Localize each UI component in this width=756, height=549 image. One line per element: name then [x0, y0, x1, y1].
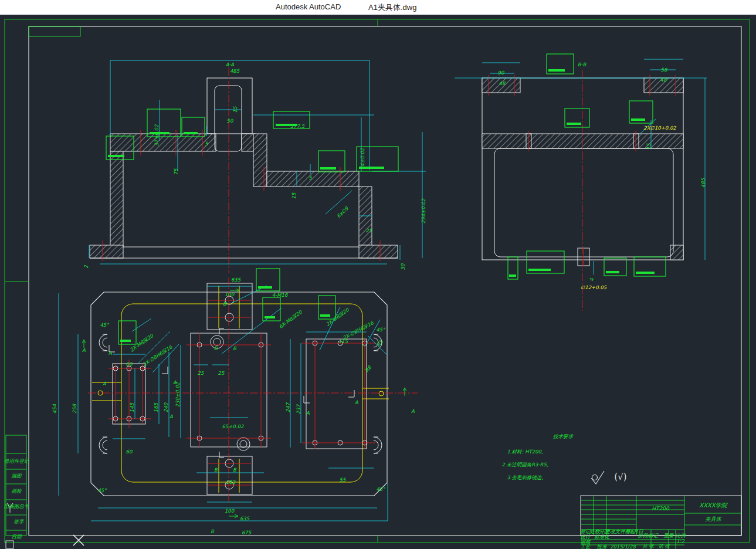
dim-label: A [103, 381, 106, 387]
dim-label: 37±0.02 [154, 124, 160, 146]
dim-label: 55 [340, 477, 346, 483]
crosshair-cursor[interactable] [73, 535, 84, 545]
dim-label: 258 [72, 403, 77, 414]
dim-label: 4 [589, 278, 595, 282]
dim-label: 批准 [597, 544, 608, 549]
dim-label: B [214, 467, 218, 473]
dim-label: 635 [240, 516, 250, 521]
dim-label: B [233, 467, 237, 473]
dim-label: 5 [308, 175, 312, 181]
drawing-frame [5, 19, 750, 548]
dim-label: 247 [285, 402, 291, 412]
dim-label: 比例 [676, 533, 687, 538]
dim-label: 2X∅10+0.02 [643, 125, 676, 131]
company-name: XXXX学院 [699, 502, 728, 509]
dim-label: A-A [226, 62, 235, 67]
tech-requirement-lines: 技术要求1.材料: HT200。2.未注明圆角R3-R5。3.去毛刺修锐边。 [502, 433, 574, 480]
dim-label: B [233, 345, 237, 351]
dim-label: B [211, 528, 215, 534]
dim-label: 163 [226, 479, 236, 485]
material-value: HT200 [652, 506, 670, 511]
title-block-fields: 标记处数分区更改文件号签名年月日设计标准化审核工艺批准2015/1/28阶段标记… [581, 528, 687, 549]
dim-label: A [411, 408, 415, 414]
dim-label: 454 [52, 404, 57, 414]
dim-label: 借用件登记 [4, 458, 30, 464]
plan-holes [98, 296, 384, 489]
dim-label: 1.材料: HT200。 [507, 449, 547, 455]
dim-label: 15 [646, 143, 652, 150]
dim-label: 第 张 [658, 543, 670, 549]
dim-label: 6X-M8深20 [278, 309, 304, 330]
dim-label: 45° [376, 486, 385, 492]
dim-label: 15 [232, 106, 238, 113]
dim-label: A [109, 350, 112, 356]
dim-label: 635 [231, 277, 241, 283]
dim-label: 30 [400, 263, 406, 270]
dim-label: 675 [242, 530, 252, 536]
dim-label: 145 [129, 402, 135, 412]
dim-label: 45° [100, 322, 109, 328]
dim-label: 60 [126, 361, 133, 367]
drawing-canvas[interactable]: 借用件登记描图描校旧底图总号签字日期 [0, 15, 756, 549]
plan-centerlines [88, 277, 418, 503]
dim-label: 3.去毛刺修锐边。 [507, 475, 547, 480]
window-titlebar[interactable]: Autodesk AutoCAD A1夹具体.dwg [0, 0, 756, 15]
view-plan: 45°45°45°45°AAAAAAAABBBBBB45425860601451… [52, 269, 418, 536]
bb-centerlines [489, 70, 676, 311]
dim-label: 1:2 [676, 538, 684, 544]
dim-label: 4-M16 [272, 292, 288, 298]
plan-dimension-lines [59, 286, 388, 521]
dim-label: A [306, 410, 310, 416]
autocad-window: Autodesk AutoCAD A1夹具体.dwg [0, 0, 756, 549]
machining-circle-icon [592, 475, 598, 480]
dim-label: 294±0.02 [421, 198, 426, 223]
dim-label: A [82, 347, 86, 353]
dim-label: 237 [296, 404, 301, 414]
dim-label: 165 [153, 402, 159, 412]
dim-label: 2X-∅8深20 [325, 306, 351, 327]
left-strip-labels: 借用件登记描图描校旧底图总号签字日期 [4, 458, 30, 540]
dim-label: 2X-M8深20 [129, 332, 155, 353]
dim-label: 90 [498, 70, 505, 76]
dim-label: 25 [218, 370, 225, 376]
dim-label: 旧底图总号 [4, 503, 30, 509]
dim-label: 描校 [12, 488, 23, 494]
dim-label: 描图 [12, 473, 23, 479]
bb-annotation-boxes [508, 54, 666, 279]
view-bb-section: B-B904858484852X∅10+0.02154∅12+0.05 [455, 54, 707, 311]
dim-label: 重量 [664, 533, 675, 538]
dim-label: 日期 [12, 534, 23, 540]
dim-label: 25 [366, 228, 372, 233]
dim-label: 230±0.02 [175, 382, 181, 407]
dim-label: 技术要求 [553, 433, 574, 439]
dim-label: 标准化 [594, 534, 609, 540]
dim-label: 签字 [14, 518, 25, 524]
dim-label: 15 [291, 192, 297, 199]
dim-label: 60 [126, 449, 133, 455]
dim-label: 94±0.02 [360, 148, 365, 170]
dim-label: B-B [578, 62, 587, 67]
left-strip-table: 借用件登记描图描校旧底图总号签字日期 [4, 435, 30, 540]
app-title: Autodesk AutoCAD [276, 2, 341, 11]
plan-labels: 45°45°45°45°AAAAAAAABBBBBB45425860601451… [52, 292, 415, 536]
dim-label: 58 [661, 67, 668, 73]
dim-label: 377.5 [290, 123, 305, 129]
tech-requirements: 技术要求1.材料: HT200。2.未注明圆角R3-R5。3.去毛刺修锐边。 [502, 433, 574, 480]
dim-label: 阶段标记 [638, 533, 659, 538]
document-name[interactable]: A1夹具体.dwg [368, 2, 416, 13]
surface-finish-symbols: (√) [591, 471, 627, 484]
dim-label: 65±0.02 [222, 423, 244, 429]
dim-label: 485 [700, 178, 706, 188]
dim-label: 100 [225, 508, 235, 514]
view-aa-section: A-A4851550377.537±0.0257551594±0.02294±0… [83, 60, 426, 283]
dim-label: 100 [225, 292, 235, 297]
dim-label: ∅12+0.05 [581, 284, 607, 290]
dim-label: 48 [660, 77, 667, 83]
dim-label: 240 [163, 402, 169, 412]
dim-label: 25 [198, 370, 204, 376]
dim-label: 5 [205, 141, 208, 147]
title-block: HT200 XXXX学院 夹具体 标记处数分区更改文件号签名年月日设计标准化审核… [581, 496, 742, 549]
dim-label: 工艺 [581, 544, 592, 549]
dim-label: A [169, 414, 173, 419]
dim-label: 2 [83, 265, 89, 269]
